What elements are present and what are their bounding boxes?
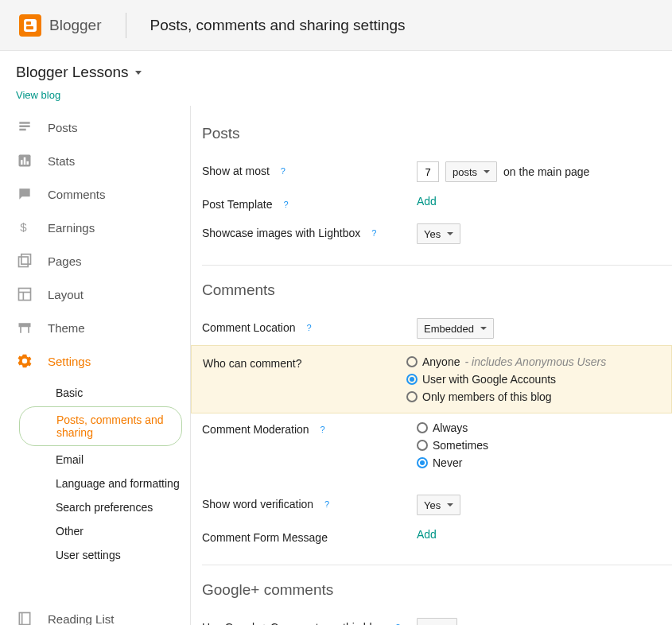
radio-label: User with Google Accounts — [422, 373, 556, 386]
post-template-row: Post Template ? Add — [202, 188, 672, 217]
radio-label: Anyone — [422, 355, 460, 368]
subnav-basic[interactable]: Basic — [0, 381, 190, 405]
help-icon[interactable]: ? — [368, 227, 379, 239]
gplus-section: Google+ comments Use Google+ Comments on… — [202, 573, 672, 625]
earnings-icon: $ — [16, 219, 33, 236]
view-blog-link[interactable]: View blog — [16, 89, 60, 101]
radio-label: Always — [433, 421, 468, 434]
radio-mod-never[interactable]: Never — [417, 455, 462, 471]
svg-rect-1 — [21, 160, 23, 165]
add-form-message-link[interactable]: Add — [417, 528, 437, 541]
nav-posts[interactable]: Posts — [0, 111, 190, 144]
lightbox-label: Showcase images with Lightbox — [202, 227, 360, 239]
nav-label: Pages — [48, 254, 82, 268]
comment-location-label: Comment Location — [202, 321, 296, 334]
svg-rect-6 — [21, 254, 31, 265]
caret-down-icon — [447, 503, 453, 507]
caret-down-icon — [135, 71, 142, 75]
nav-label: Layout — [48, 288, 84, 301]
sidebar: Posts Stats Comments $ Earnings Pages La… — [0, 106, 191, 625]
subnav-user[interactable]: User settings — [0, 543, 190, 567]
radio-anyone[interactable]: Anyone - includes Anonymous Users — [406, 354, 606, 370]
brand-text: Blogger — [49, 17, 102, 34]
blog-selector[interactable]: Blogger Lessons — [16, 64, 656, 81]
radio-label: Sometimes — [433, 439, 488, 452]
nav-settings[interactable]: Settings — [0, 344, 190, 378]
radio-google-accounts[interactable]: User with Google Accounts — [406, 371, 556, 387]
nav-label: Comments — [48, 188, 106, 201]
radio-hint: - includes Anonymous Users — [464, 355, 606, 368]
radio-mod-sometimes[interactable]: Sometimes — [417, 437, 488, 453]
page-title: Posts, comments and sharing settings — [150, 17, 406, 34]
add-post-template-link[interactable]: Add — [417, 195, 437, 208]
subnav-email[interactable]: Email — [0, 448, 190, 472]
dropdown-label: Yes — [424, 228, 441, 240]
caret-down-icon — [484, 170, 490, 173]
radio-icon — [406, 356, 418, 367]
word-verification-row: Show word verification ? Yes — [202, 488, 672, 522]
dropdown-label: Yes — [424, 499, 441, 511]
subnav-language[interactable]: Language and formatting — [0, 472, 190, 495]
posts-section: Posts Show at most ? posts on the main p… — [202, 117, 672, 266]
brand-block: Blogger — [19, 14, 102, 37]
nav-stats[interactable]: Stats — [0, 144, 190, 177]
svg-rect-7 — [19, 289, 31, 301]
nav-layout[interactable]: Layout — [0, 278, 190, 311]
radio-mod-always[interactable]: Always — [417, 420, 468, 436]
who-can-comment-row: Who can comment? Anyone - includes Anony… — [191, 345, 672, 413]
app-header: Blogger Posts, comments and sharing sett… — [0, 0, 672, 51]
caret-down-icon — [480, 327, 487, 330]
settings-subnav: Basic Posts, comments and sharing Email … — [0, 378, 190, 578]
comment-location-dropdown[interactable]: Embedded — [417, 318, 494, 339]
nav-label: Posts — [48, 121, 78, 134]
lightbox-row: Showcase images with Lightbox ? Yes — [202, 217, 672, 250]
radio-label: Never — [433, 456, 462, 469]
nav-label: Stats — [48, 154, 75, 168]
subnav-posts-comments-sharing[interactable]: Posts, comments and sharing — [19, 406, 182, 446]
help-icon[interactable]: ? — [304, 322, 315, 333]
help-icon[interactable]: ? — [280, 199, 291, 210]
gplus-row: Use Google+ Comments on this blog ? No — [202, 611, 672, 625]
posts-section-title: Posts — [202, 117, 672, 155]
nav-label: Settings — [48, 355, 91, 368]
gear-icon — [16, 352, 33, 370]
radio-members-only[interactable]: Only members of this blog — [406, 389, 552, 405]
word-verif-label: Show word verification — [202, 498, 313, 510]
subnav-other[interactable]: Other — [0, 519, 190, 543]
radio-icon — [406, 374, 418, 385]
gplus-label: Use Google+ Comments on this blog — [202, 621, 384, 625]
pages-icon — [16, 252, 33, 270]
blog-selector-label: Blogger Lessons — [16, 64, 129, 81]
radio-icon — [406, 391, 418, 402]
post-unit-dropdown[interactable]: posts — [445, 161, 497, 182]
gplus-dropdown[interactable]: No — [417, 618, 457, 625]
post-count-input[interactable] — [417, 161, 439, 182]
word-verif-dropdown[interactable]: Yes — [417, 495, 460, 515]
svg-rect-2 — [24, 157, 26, 165]
subnav-search[interactable]: Search preferences — [0, 495, 190, 519]
dropdown-label: No — [424, 623, 437, 626]
help-icon[interactable]: ? — [321, 499, 332, 510]
caret-down-icon — [447, 232, 453, 235]
nav-earnings[interactable]: $ Earnings — [0, 211, 190, 244]
nav-reading-list[interactable]: Reading List — [0, 602, 190, 625]
show-at-most-row: Show at most ? posts on the main page — [202, 155, 672, 188]
show-at-most-label: Show at most — [202, 165, 270, 177]
help-icon[interactable]: ? — [317, 424, 328, 435]
blogger-logo-icon — [19, 14, 41, 37]
nav-comments[interactable]: Comments — [0, 177, 190, 211]
comment-moderation-row: Comment Moderation ? Always Sometimes Ne… — [202, 413, 672, 477]
help-icon[interactable]: ? — [392, 622, 403, 625]
nav-theme[interactable]: Theme — [0, 311, 190, 344]
header-divider — [126, 13, 126, 38]
nav-label: Earnings — [48, 221, 95, 235]
help-icon[interactable]: ? — [278, 165, 289, 177]
gplus-section-title: Google+ comments — [202, 573, 672, 611]
lightbox-dropdown[interactable]: Yes — [417, 223, 460, 244]
svg-rect-10 — [19, 613, 29, 625]
dropdown-label: Embedded — [424, 323, 474, 335]
nav-label: Theme — [48, 321, 85, 335]
suffix-text: on the main page — [503, 165, 589, 178]
comments-section: Comments Comment Location ? Embedded Who… — [202, 274, 672, 565]
nav-pages[interactable]: Pages — [0, 244, 190, 278]
